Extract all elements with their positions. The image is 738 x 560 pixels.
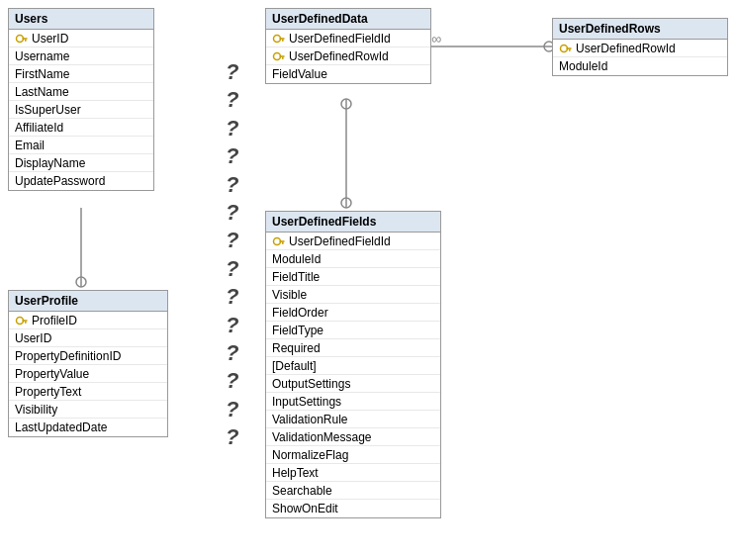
table-row: LastName <box>9 83 153 101</box>
question-marks-area: ? ? ? ? ? ? ? ? ? ? ? ? ? ? <box>226 59 238 450</box>
table-row: UserID <box>9 329 167 347</box>
question-mark: ? <box>226 368 238 394</box>
svg-point-7 <box>341 99 351 109</box>
table-row: Username <box>9 47 153 65</box>
userdefineddata-table-header: UserDefinedData <box>266 9 430 30</box>
row-text: FirstName <box>15 67 69 81</box>
row-text: Visible <box>272 288 307 302</box>
userprofile-table-header: UserProfile <box>9 291 167 312</box>
table-row: FieldValue <box>266 65 430 83</box>
question-mark: ? <box>226 116 238 141</box>
table-row: UserDefinedFieldId <box>266 30 430 47</box>
svg-point-20 <box>561 45 568 51</box>
svg-rect-12 <box>23 320 28 322</box>
row-text: AffiliateId <box>15 121 63 135</box>
row-text: PropertyDefinitionID <box>15 349 121 363</box>
row-text: ValidationMessage <box>272 430 372 444</box>
row-text: UpdatePassword <box>15 174 105 188</box>
row-text: LastName <box>15 85 69 99</box>
svg-rect-19 <box>282 56 284 58</box>
table-row: UserID <box>9 30 153 47</box>
row-text: UserDefinedFieldId <box>289 32 391 46</box>
question-mark: ? <box>226 256 238 282</box>
table-row: Visibility <box>9 401 167 419</box>
table-row: DisplayName <box>9 154 153 172</box>
svg-rect-13 <box>25 321 27 323</box>
table-row: [Default] <box>266 357 440 375</box>
table-row: Visible <box>266 286 440 304</box>
question-mark: ? <box>226 200 238 226</box>
question-mark: ? <box>226 284 238 310</box>
row-text: UserDefinedRowId <box>576 42 676 55</box>
row-text: FieldTitle <box>272 270 320 284</box>
svg-point-11 <box>17 317 24 324</box>
row-text: Searchable <box>272 484 332 498</box>
key-icon <box>272 32 286 46</box>
table-row: ValidationRule <box>266 411 440 428</box>
svg-rect-21 <box>567 47 572 49</box>
key-icon <box>272 234 286 248</box>
table-row: PropertyText <box>9 383 167 401</box>
key-icon <box>559 42 573 55</box>
userdefinedfields-table-header: UserDefinedFields <box>266 212 440 233</box>
svg-rect-22 <box>569 48 571 50</box>
svg-rect-25 <box>282 241 284 243</box>
key-icon <box>15 32 29 46</box>
svg-point-14 <box>274 35 281 42</box>
table-row: IsSuperUser <box>9 101 153 119</box>
row-text: FieldOrder <box>272 306 328 320</box>
table-row: FieldTitle <box>266 268 440 286</box>
userprofile-table: UserProfile ProfileID UserID PropertyDef… <box>8 290 168 437</box>
svg-rect-18 <box>280 55 285 57</box>
table-row: UserDefinedRowId <box>266 47 430 65</box>
svg-text:∞: ∞ <box>431 31 441 47</box>
row-text: UserDefinedRowId <box>289 49 389 63</box>
row-text: ModuleId <box>272 252 321 266</box>
question-mark: ? <box>226 59 238 85</box>
svg-rect-24 <box>280 240 285 242</box>
svg-point-8 <box>17 35 24 42</box>
key-icon <box>15 314 29 327</box>
svg-rect-10 <box>25 39 27 41</box>
row-text: Username <box>15 49 69 63</box>
question-mark: ? <box>226 228 238 253</box>
table-row: UserDefinedRowId <box>553 40 727 57</box>
key-icon <box>272 49 286 63</box>
row-text: ModuleId <box>559 59 607 73</box>
table-row: UpdatePassword <box>9 172 153 190</box>
row-text: ShowOnEdit <box>272 502 338 515</box>
row-text: PropertyText <box>15 385 81 399</box>
svg-rect-9 <box>23 38 28 40</box>
table-row: HelpText <box>266 464 440 482</box>
table-row: ShowOnEdit <box>266 500 440 517</box>
table-row: LastUpdatedDate <box>9 419 167 436</box>
table-row: Email <box>9 137 153 154</box>
question-mark: ? <box>226 397 238 422</box>
row-text: [Default] <box>272 359 317 373</box>
db-canvas: ∞ Users UserID Username FirstName LastNa… <box>0 0 738 560</box>
table-row: PropertyValue <box>9 365 167 383</box>
userdefinedfields-table: UserDefinedFields UserDefinedFieldId Mod… <box>265 211 441 518</box>
table-row: Required <box>266 339 440 357</box>
row-text: OutputSettings <box>272 377 350 391</box>
svg-point-17 <box>274 52 281 59</box>
svg-rect-16 <box>282 39 284 41</box>
svg-point-6 <box>341 198 351 208</box>
table-row: OutputSettings <box>266 375 440 393</box>
table-row: NormalizeFlag <box>266 446 440 464</box>
row-text: InputSettings <box>272 395 341 409</box>
row-text: Visibility <box>15 403 57 417</box>
table-row: InputSettings <box>266 393 440 411</box>
table-row: PropertyDefinitionID <box>9 347 167 365</box>
row-text: DisplayName <box>15 156 85 170</box>
row-text: ProfileID <box>32 314 77 327</box>
row-text: Required <box>272 341 321 355</box>
table-row: FieldOrder <box>266 304 440 322</box>
row-text: ValidationRule <box>272 413 348 426</box>
table-row: FirstName <box>9 65 153 83</box>
svg-rect-15 <box>280 38 285 40</box>
question-mark: ? <box>226 313 238 338</box>
row-text: UserDefinedFieldId <box>289 234 391 248</box>
svg-point-23 <box>274 237 281 244</box>
table-row: AffiliateId <box>9 119 153 137</box>
